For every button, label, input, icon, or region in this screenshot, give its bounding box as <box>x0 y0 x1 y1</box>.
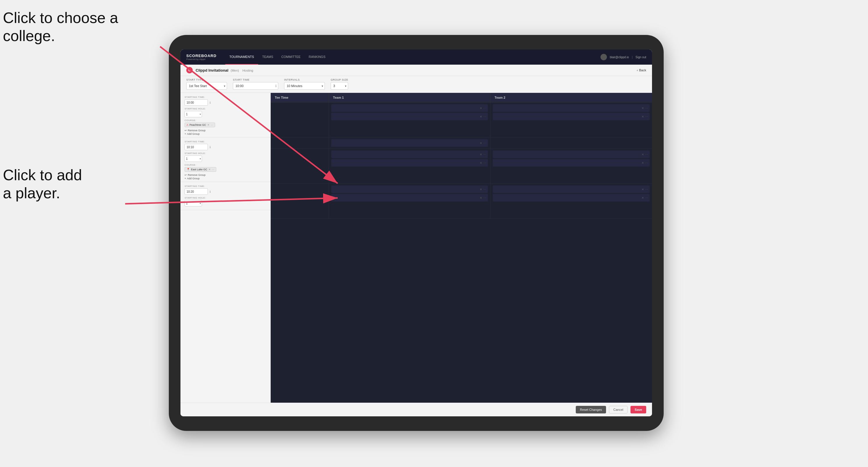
save-button[interactable]: Save <box>630 406 646 413</box>
start-time-info-icon: ℹ <box>275 84 277 88</box>
slot-remove-btn[interactable]: ✕ <box>480 106 482 110</box>
grid-header-team1: Team 1 <box>329 93 491 102</box>
slot-expand-btn[interactable]: ⋯ <box>483 106 486 110</box>
group-size-select-wrap: 3 2 4 <box>331 82 348 90</box>
tablet-screen: SCOREBOARD Powered by clippd TOURNAMENTS… <box>181 50 652 416</box>
starting-hole-select-1[interactable]: 1 10 <box>185 111 202 117</box>
group-size-label: Group Size <box>331 78 348 81</box>
reset-changes-button[interactable]: Reset Changes <box>576 406 606 413</box>
cs-remove[interactable]: ✕ <box>480 142 482 145</box>
team2-slot-2-2[interactable]: ✕ ⋯ <box>493 159 650 166</box>
tee-time-cell-1 <box>271 102 329 137</box>
course-row-2: 📍 East Lake GC ✕ ⋯ <box>185 167 266 172</box>
starting-hole-select-3[interactable]: 1 10 <box>185 200 202 207</box>
left-panel: STARTING TIME: ℹ STARTING HOLE: 1 10 <box>181 93 271 403</box>
team1-course-cell-1: ✕ ⋯ <box>329 137 491 149</box>
add-group-btn-2[interactable]: + Add Group <box>185 177 266 180</box>
cancel-button[interactable]: Cancel <box>609 406 627 413</box>
starting-hole-label-3: STARTING HOLE: <box>185 196 266 199</box>
intervals-select[interactable]: 10 Minutes 8 Minutes 12 Minutes <box>284 82 325 90</box>
tablet-frame: SCOREBOARD Powered by clippd TOURNAMENTS… <box>169 35 664 431</box>
team2-slot-1-1[interactable]: ✕ ⋯ <box>493 104 650 112</box>
team2-cell-3: ✕ ⋯ ✕ ⋯ <box>491 184 652 218</box>
group-size-select[interactable]: 3 2 4 <box>331 82 348 90</box>
start-time-input-wrap: ℹ <box>233 82 278 90</box>
nav-tab-tournaments[interactable]: TOURNAMENTS <box>225 50 258 65</box>
course-remove-btn-2[interactable]: ✕ <box>209 168 211 171</box>
remove-group-btn-1[interactable]: ↩ Remove Group <box>185 129 266 132</box>
nav-tab-rankings[interactable]: RANKINGS <box>305 50 330 65</box>
start-type-label: Start Type <box>186 78 227 81</box>
sign-out-link[interactable]: Sign out <box>636 56 646 59</box>
team2-cell-2: ✕ ⋯ ✕ ⋯ <box>491 149 652 183</box>
starting-time-input-3[interactable] <box>185 188 208 195</box>
starting-time-input-1[interactable] <box>185 99 208 106</box>
grid-row-1: ✕ ⋯ ✕ ⋯ ✕ ⋯ ✕ <box>271 102 652 137</box>
starting-time-row-2: ℹ <box>185 144 266 150</box>
breadcrumb-title: Clippd Invitational (Men) Hosting <box>196 68 253 72</box>
nav-tab-teams[interactable]: TEAMS <box>258 50 277 65</box>
starting-hole-select-2[interactable]: 1 10 <box>185 155 202 162</box>
t2-slot-expand-btn-2[interactable]: ⋯ <box>645 115 648 118</box>
starting-time-label-2: STARTING TIME: <box>185 140 266 143</box>
annotation-add-player: Click to add a player. <box>3 166 82 203</box>
team2-slot-1-2[interactable]: ✕ ⋯ <box>493 113 650 120</box>
team2-slot-3-1[interactable]: ✕ ⋯ <box>493 185 650 193</box>
app-header: SCOREBOARD Powered by clippd TOURNAMENTS… <box>181 50 652 65</box>
t2-slot-remove-btn-2[interactable]: ✕ <box>642 115 644 118</box>
starting-hole-row-2: 1 10 <box>185 155 266 162</box>
team2-slot-2-1[interactable]: ✕ ⋯ <box>493 151 650 158</box>
brand-sub: Powered by clippd <box>186 58 217 61</box>
tee-group-3: STARTING TIME: ℹ STARTING HOLE: 1 10 <box>181 182 271 210</box>
remove-group-btn-2[interactable]: ↩ Remove Group <box>185 174 266 177</box>
grid-header: Tee Time Team 1 Team 2 <box>271 93 652 102</box>
team1-slot-1-1[interactable]: ✕ ⋯ <box>331 104 488 112</box>
course-remove-btn-1[interactable]: ✕ <box>207 123 210 126</box>
starting-time-input-2[interactable] <box>185 144 208 150</box>
grid-row-course-1: ✕ ⋯ <box>271 137 652 149</box>
team1-cell-2: ✕ ⋯ ✕ ⋯ <box>329 149 491 183</box>
team1-slot-1-2[interactable]: ✕ ⋯ <box>331 113 488 120</box>
config-row: Start Type 1st Tee Start Shotgun Start S… <box>181 76 652 93</box>
team2-course-cell-1 <box>491 137 652 149</box>
clippd-logo: C <box>186 67 193 73</box>
grid-header-tee-time: Tee Time <box>271 93 329 102</box>
course-tag-peachtree[interactable]: A Peachtree GC ✕ ⋯ <box>185 123 215 127</box>
t2-slot-expand-btn[interactable]: ⋯ <box>645 106 648 110</box>
intervals-label: Intervals <box>284 78 325 81</box>
team1-cell-3: ✕ ⋯ ✕ ⋯ <box>329 184 491 218</box>
starting-hole-label-2: STARTING HOLE: <box>185 152 266 155</box>
team1-slot-2-1[interactable]: ✕ ⋯ <box>331 151 488 158</box>
team1-slot-3-2[interactable]: ✕ ⋯ <box>331 194 488 201</box>
slot-expand-btn-2[interactable]: ⋯ <box>483 115 486 118</box>
start-type-select[interactable]: 1st Tee Start Shotgun Start <box>186 82 227 90</box>
slot-remove-btn-2[interactable]: ✕ <box>480 115 482 118</box>
tee-group-2: STARTING TIME: ℹ STARTING HOLE: 1 10 <box>181 137 271 182</box>
start-time-input[interactable] <box>233 82 278 90</box>
course-tag-eastlake[interactable]: 📍 East Lake GC ✕ ⋯ <box>185 167 216 172</box>
team2-slot-3-2[interactable]: ✕ ⋯ <box>493 194 650 201</box>
back-button[interactable]: ‹ Back <box>637 68 646 72</box>
course-expand-btn-1[interactable]: ⋯ <box>211 124 213 126</box>
time-info-icon-2: ℹ <box>210 146 211 149</box>
annotation-choose-college: Click to choose a college. <box>3 9 118 45</box>
brand-name: SCOREBOARD <box>186 54 217 58</box>
team1-slot-2-2[interactable]: ✕ ⋯ <box>331 159 488 166</box>
add-group-btn-1[interactable]: + Add Group <box>185 132 266 135</box>
cs-expand[interactable]: ⋯ <box>483 142 486 145</box>
right-panel: Tee Time Team 1 Team 2 ✕ ⋯ <box>271 93 652 403</box>
header-right: blair@clippd.io | Sign out <box>600 54 646 60</box>
t2-slot-remove-btn[interactable]: ✕ <box>642 106 644 110</box>
nav-tab-committee[interactable]: COMMITTEE <box>277 50 305 65</box>
starting-time-label-1: STARTING TIME: <box>185 96 266 98</box>
team1-slot-3-1[interactable]: ✕ ⋯ <box>331 185 488 193</box>
starting-hole-row-3: 1 10 <box>185 200 266 207</box>
team1-course-slot-1[interactable]: ✕ ⋯ <box>331 139 488 147</box>
tee-group-1: STARTING TIME: ℹ STARTING HOLE: 1 10 <box>181 93 271 137</box>
start-time-label: Start Time <box>233 78 278 81</box>
grid-header-team2: Team 2 <box>491 93 652 102</box>
course-expand-btn-2[interactable]: ⋯ <box>212 168 214 171</box>
team2-cell-1: ✕ ⋯ ✕ ⋯ <box>491 102 652 137</box>
start-time-field: Start Time ℹ <box>233 78 278 90</box>
user-email: blair@clippd.io <box>610 56 629 59</box>
